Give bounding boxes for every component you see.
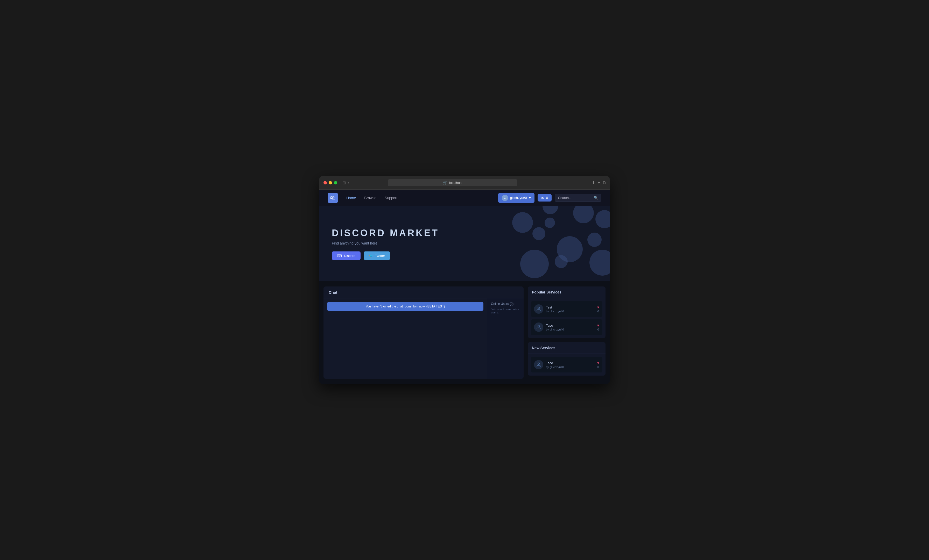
service-info: Test by glitchzyu#0 <box>546 305 595 313</box>
nav-browse[interactable]: Browse <box>364 196 376 200</box>
left-section: Chat You haven't joined the chat room. J… <box>323 286 524 379</box>
new-services-title: New Services <box>528 342 606 354</box>
username-label: glitchzyu#0 <box>510 196 527 200</box>
chat-panel: Chat You haven't joined the chat room. J… <box>323 286 524 379</box>
nav-home[interactable]: Home <box>346 196 356 200</box>
list-item[interactable]: Taco by glitchzyu#0 ♥ 0 <box>531 357 602 372</box>
deco-circle-10 <box>589 250 610 275</box>
svg-point-0 <box>538 307 540 309</box>
avatar <box>534 360 543 369</box>
browser-actions: ⬆ + ⧉ <box>592 180 606 185</box>
address-bar[interactable]: 🛒 localhost <box>388 179 517 186</box>
deco-circle-5 <box>532 227 545 240</box>
right-section: Popular Services Test by gl <box>528 286 606 379</box>
service-info: Taco by glitchzyu#0 <box>546 361 595 369</box>
discord-button[interactable]: ⌨ Discord <box>332 251 360 260</box>
nav-links: Home Browse Support <box>346 196 397 200</box>
navbar: 🛍 Home Browse Support G glitchzyu#0 ▾ ✉ … <box>319 190 610 206</box>
list-item[interactable]: Test by glitchzyu#0 ♥ 0 <box>531 301 602 317</box>
mail-icon: ✉ <box>541 196 544 200</box>
service-name: Taco <box>546 323 595 327</box>
share-icon[interactable]: ⬆ <box>592 180 595 185</box>
nav-right: G glitchzyu#0 ▾ ✉ 0 Search... 🔍 <box>498 193 601 203</box>
avatar <box>534 304 543 314</box>
popular-services-title: Popular Services <box>528 286 606 298</box>
user-avatar: G <box>502 195 508 201</box>
hero-section: DISCORD MARKET Find anything you want he… <box>319 206 610 281</box>
back-icon[interactable]: ‹ <box>348 180 349 185</box>
user-button[interactable]: G glitchzyu#0 ▾ <box>498 193 535 203</box>
tabs-icon[interactable]: ⧉ <box>602 180 606 185</box>
online-users-title: Online Users (?) : <box>491 302 520 306</box>
chat-body: You haven't joined the chat room. Join n… <box>323 298 524 379</box>
messages-button[interactable]: ✉ 0 <box>538 194 552 202</box>
deco-circle-2 <box>543 206 558 214</box>
online-users-hint: Join now to see online users. <box>491 308 520 314</box>
twitter-button[interactable]: 🐦 Twitter <box>364 251 390 260</box>
chat-sidebar: Online Users (?) : Join now to see onlin… <box>487 298 524 379</box>
page: 🛍 Home Browse Support G glitchzyu#0 ▾ ✉ … <box>319 190 610 384</box>
service-likes: ♥ 0 <box>597 361 599 369</box>
service-likes: ♥ 0 <box>597 305 599 313</box>
hero-content: DISCORD MARKET Find anything you want he… <box>332 228 439 260</box>
discord-icon: ⌨ <box>337 254 342 258</box>
traffic-lights <box>323 181 337 184</box>
avatar <box>534 323 543 332</box>
service-info: Taco by glitchzyu#0 <box>546 323 595 331</box>
hero-buttons: ⌨ Discord 🐦 Twitter <box>332 251 439 260</box>
chat-main: You haven't joined the chat room. Join n… <box>323 298 487 379</box>
svg-point-1 <box>538 325 540 327</box>
twitter-label: Twitter <box>375 254 385 258</box>
deco-circle-4 <box>595 210 610 228</box>
chevron-down-icon: ▾ <box>529 196 531 200</box>
deco-circle-3 <box>573 206 594 223</box>
search-icon[interactable]: 🔍 <box>594 196 598 200</box>
likes-count: 0 <box>598 328 599 331</box>
site-logo[interactable]: 🛍 <box>328 193 338 203</box>
chat-join-button[interactable]: You haven't joined the chat room. Join n… <box>327 302 483 311</box>
deco-circle-11 <box>544 217 555 228</box>
close-button[interactable] <box>323 181 327 184</box>
twitter-icon: 🐦 <box>369 254 373 258</box>
deco-circle-7 <box>587 233 602 247</box>
service-author: by glitchzyu#0 <box>546 366 595 369</box>
likes-count: 0 <box>598 310 599 313</box>
likes-count: 0 <box>598 366 599 369</box>
browser-chrome: ⊞ ‹ 🛒 localhost ⬆ + ⧉ <box>319 176 610 190</box>
browser-controls: ⊞ ‹ <box>342 180 349 185</box>
search-bar[interactable]: Search... 🔍 <box>555 194 601 202</box>
service-likes: ♥ 0 <box>597 323 599 331</box>
popular-services-list: Test by glitchzyu#0 ♥ 0 <box>528 298 606 338</box>
new-services-panel: New Services Taco by glitch <box>528 342 606 376</box>
favicon-icon: 🛒 <box>443 181 447 185</box>
heart-icon: ♥ <box>597 361 599 365</box>
chat-header: Chat <box>323 286 524 298</box>
list-item[interactable]: Taco by glitchzyu#0 ♥ 0 <box>531 319 602 335</box>
service-name: Taco <box>546 361 595 365</box>
service-name: Test <box>546 305 595 309</box>
discord-label: Discord <box>344 254 356 258</box>
hero-subtitle: Find anything you want here <box>332 241 439 245</box>
sidebar-toggle-icon[interactable]: ⊞ <box>342 180 346 185</box>
new-tab-icon[interactable]: + <box>598 180 600 185</box>
logo-icon: 🛍 <box>330 195 336 201</box>
deco-circle-9 <box>555 255 568 268</box>
svg-point-2 <box>538 363 540 365</box>
deco-circle-1 <box>512 212 533 233</box>
url-text: localhost <box>449 181 462 185</box>
service-author: by glitchzyu#0 <box>546 328 595 331</box>
new-services-list: Taco by glitchzyu#0 ♥ 0 <box>528 354 606 376</box>
heart-icon: ♥ <box>597 323 599 327</box>
browser-window: ⊞ ‹ 🛒 localhost ⬆ + ⧉ 🛍 Home Browse Supp… <box>319 176 610 384</box>
maximize-button[interactable] <box>334 181 337 184</box>
service-author: by glitchzyu#0 <box>546 310 595 313</box>
heart-icon: ♥ <box>597 305 599 309</box>
messages-count: 0 <box>546 196 548 200</box>
nav-support[interactable]: Support <box>385 196 397 200</box>
minimize-button[interactable] <box>329 181 332 184</box>
deco-circle-8 <box>520 250 549 278</box>
search-text: Search... <box>558 196 572 200</box>
main-content: Chat You haven't joined the chat room. J… <box>319 281 610 384</box>
popular-services-panel: Popular Services Test by gl <box>528 286 606 338</box>
hero-title: DISCORD MARKET <box>332 228 439 239</box>
